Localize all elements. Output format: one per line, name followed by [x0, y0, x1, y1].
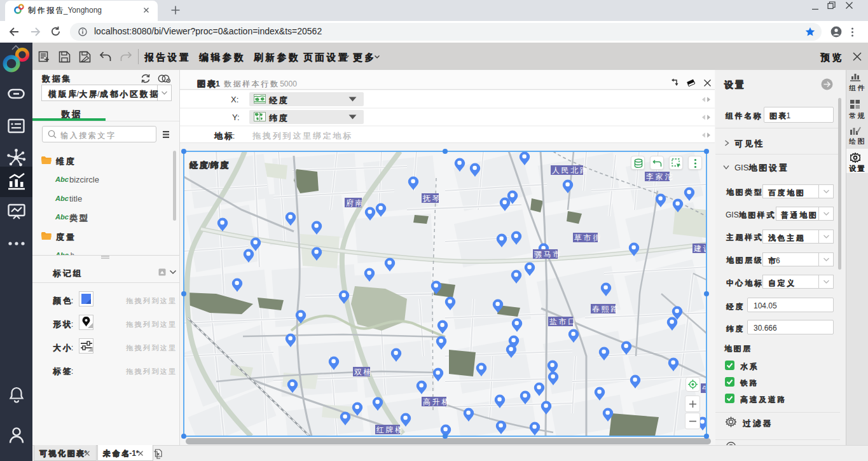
- svg-text:李家沱: 李家沱: [646, 172, 674, 181]
- svg-text:高升桥: 高升桥: [423, 397, 451, 406]
- svg-text:牛王庙: 牛王庙: [702, 384, 706, 393]
- svg-text:双楠: 双楠: [354, 368, 373, 376]
- svg-text:人民北路: 人民北路: [552, 166, 589, 175]
- svg-text:红牌楼: 红牌楼: [376, 425, 404, 434]
- svg-text:骡马市: 骡马市: [534, 250, 562, 259]
- svg-text:春熙路: 春熙路: [592, 305, 620, 313]
- svg-text:草市街: 草市街: [574, 233, 602, 242]
- svg-text:抚琴: 抚琴: [422, 194, 441, 203]
- svg-text:盐市口: 盐市口: [549, 317, 577, 326]
- svg-text:府南: 府南: [346, 198, 364, 207]
- svg-text:建设路: 建设路: [693, 244, 706, 253]
